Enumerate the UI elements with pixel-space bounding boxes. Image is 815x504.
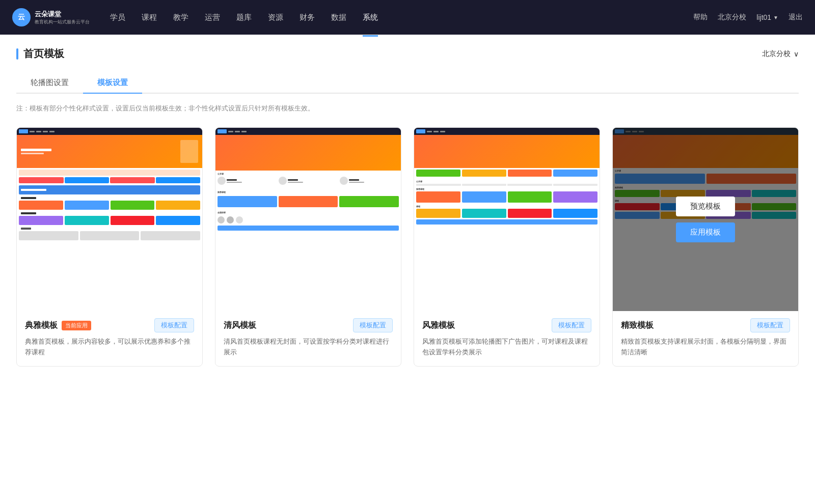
- template-name-3: 风雅模板: [422, 320, 455, 331]
- template-card-3: 公开课 推荐课程 课程: [414, 127, 600, 367]
- logout-link[interactable]: 退出: [789, 13, 803, 22]
- template-name-row-2: 清风模板 模板配置: [224, 318, 393, 332]
- tab-carousel[interactable]: 轮播图设置: [16, 73, 83, 94]
- nav-item-students[interactable]: 学员: [110, 11, 125, 24]
- nav-item-teaching[interactable]: 教学: [173, 11, 188, 24]
- config-button-2[interactable]: 模板配置: [353, 318, 393, 332]
- branch-selector[interactable]: 北京分校 ∨: [762, 49, 799, 59]
- template-card-1: 典雅模板 当前应用 模板配置 典雅首页模板，展示内容较多，可以展示优惠券和多个推…: [16, 127, 203, 367]
- template-name-4: 精致模板: [621, 320, 654, 331]
- navbar-right: 帮助 北京分校 lijt01 ▼ 退出: [693, 13, 803, 22]
- template-info-3: 风雅模板 模板配置 风雅首页模板可添加轮播图下广告图片，可对课程及课程包设置学科…: [414, 311, 600, 366]
- nav-item-courses[interactable]: 课程: [142, 11, 157, 24]
- config-button-3[interactable]: 模板配置: [552, 318, 591, 332]
- page-title-bar: [16, 48, 18, 60]
- nav-item-resources[interactable]: 资源: [268, 11, 283, 24]
- nav-item-finance[interactable]: 财务: [300, 11, 315, 24]
- template-name-row-3: 风雅模板 模板配置: [422, 318, 591, 332]
- template-preview-3: 公开课 推荐课程 课程: [414, 128, 600, 311]
- template-desc-2: 清风首页模板课程无封面，可设置按学科分类对课程进行展示: [224, 337, 393, 358]
- templates-grid: 典雅模板 当前应用 模板配置 典雅首页模板，展示内容较多，可以展示优惠券和多个推…: [16, 127, 799, 367]
- page-title: 首页模板: [23, 47, 64, 61]
- nav-item-operations[interactable]: 运营: [205, 11, 220, 24]
- template-name-1: 典雅模板: [25, 320, 58, 331]
- branch-selector-text: 北京分校: [762, 49, 791, 59]
- overlay-buttons-4: 预览模板 应用模板: [676, 197, 735, 242]
- page-title-wrap: 首页模板: [16, 47, 64, 61]
- nav-item-data[interactable]: 数据: [331, 11, 346, 24]
- nav-item-questions[interactable]: 题库: [236, 11, 252, 24]
- template-desc-1: 典雅首页模板，展示内容较多，可以展示优惠券和多个推荐课程: [25, 337, 194, 358]
- template-desc-4: 精致首页模板支持课程展示封面，各模板分隔明显，界面简洁清晰: [621, 337, 790, 358]
- apply-button-4[interactable]: 应用模板: [676, 222, 735, 242]
- template-preview-4: 公开课 推荐课程 课程: [613, 128, 798, 311]
- chevron-down-icon: ∨: [794, 50, 799, 58]
- note-text: 注：模板有部分个性化样式设置，设置后仅当前模板生效；非个性化样式设置后只针对所有…: [16, 104, 799, 113]
- help-link[interactable]: 帮助: [693, 13, 708, 22]
- template-preview-1: [17, 128, 202, 311]
- template-card-4: 公开课 推荐课程 课程: [612, 127, 799, 367]
- page-content: 首页模板 北京分校 ∨ 轮播图设置 模板设置 注：模板有部分个性化样式设置，设置…: [0, 35, 815, 504]
- template-preview-2: 公开课: [215, 128, 401, 311]
- page-header: 首页模板 北京分校 ∨: [16, 47, 799, 61]
- tabs-container: 轮播图设置 模板设置: [16, 73, 799, 94]
- template-info-4: 精致模板 模板配置 精致首页模板支持课程展示封面，各模板分隔明显，界面简洁清晰: [613, 311, 798, 366]
- template-info-1: 典雅模板 当前应用 模板配置 典雅首页模板，展示内容较多，可以展示优惠券和多个推…: [17, 311, 202, 366]
- user-button[interactable]: lijt01 ▼: [756, 13, 778, 21]
- navbar: 云 云朵课堂 教育机构一站式服务云平台 学员 课程 教学 运营 题库 资源 财务…: [0, 0, 815, 35]
- template-desc-3: 风雅首页模板可添加轮播图下广告图片，可对课程及课程包设置学科分类展示: [422, 337, 591, 358]
- template-name-row-4: 精致模板 模板配置: [621, 318, 790, 332]
- config-button-1[interactable]: 模板配置: [154, 318, 194, 332]
- badge-current-1: 当前应用: [62, 321, 91, 330]
- logo-main-text: 云朵课堂: [35, 10, 90, 19]
- tab-template[interactable]: 模板设置: [83, 73, 142, 94]
- username: lijt01: [756, 13, 771, 21]
- preview-button-4[interactable]: 预览模板: [676, 197, 735, 216]
- logo-sub-text: 教育机构一站式服务云平台: [35, 19, 90, 25]
- template-name-row-1: 典雅模板 当前应用 模板配置: [25, 318, 194, 332]
- template-name-2: 清风模板: [224, 320, 256, 331]
- branch-link[interactable]: 北京分校: [718, 13, 746, 22]
- logo-icon: 云: [12, 8, 31, 26]
- chevron-down-icon: ▼: [773, 15, 778, 20]
- nav-menu: 学员 课程 教学 运营 题库 资源 财务 数据 系统: [110, 11, 693, 24]
- nav-item-system[interactable]: 系统: [363, 11, 378, 24]
- template-card-2: 公开课: [215, 127, 401, 367]
- logo[interactable]: 云 云朵课堂 教育机构一站式服务云平台: [12, 8, 90, 26]
- config-button-4[interactable]: 模板配置: [750, 318, 790, 332]
- template-info-2: 清风模板 模板配置 清风首页模板课程无封面，可设置按学科分类对课程进行展示: [215, 311, 401, 366]
